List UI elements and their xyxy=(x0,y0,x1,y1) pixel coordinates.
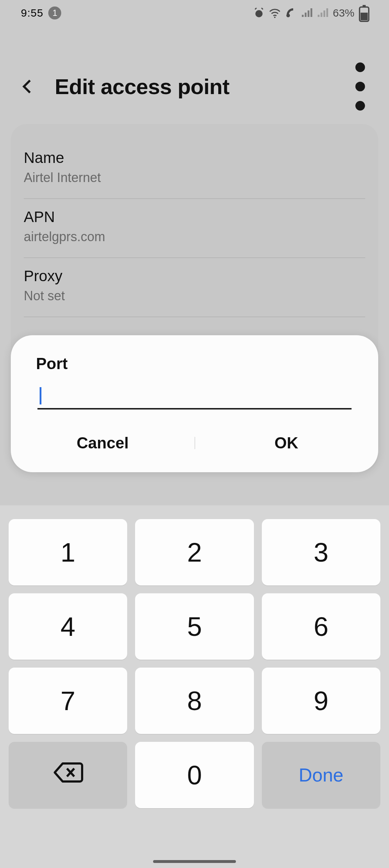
collapse-keyboard-button[interactable] xyxy=(324,830,346,852)
cancel-button[interactable]: Cancel xyxy=(11,434,194,452)
voice-input-button[interactable] xyxy=(43,830,65,852)
port-input[interactable] xyxy=(37,385,352,408)
key-2[interactable]: 2 xyxy=(135,519,254,585)
key-4[interactable]: 4 xyxy=(9,593,127,660)
key-9[interactable]: 9 xyxy=(262,668,380,734)
key-5[interactable]: 5 xyxy=(135,593,254,660)
key-3[interactable]: 3 xyxy=(262,519,380,585)
home-indicator[interactable] xyxy=(153,860,236,863)
key-done[interactable]: Done xyxy=(262,742,380,808)
text-caret xyxy=(40,387,41,404)
key-7[interactable]: 7 xyxy=(9,668,127,734)
port-dialog: Port Cancel OK xyxy=(11,335,378,472)
dialog-title: Port xyxy=(11,355,378,373)
key-0[interactable]: 0 xyxy=(135,742,254,808)
ok-button[interactable]: OK xyxy=(194,434,378,452)
dialog-button-row: Cancel OK xyxy=(11,427,378,459)
keyboard-bottom-row xyxy=(0,821,389,861)
key-8[interactable]: 8 xyxy=(135,668,254,734)
key-1[interactable]: 1 xyxy=(9,519,127,585)
key-backspace[interactable] xyxy=(9,742,127,808)
backspace-icon xyxy=(52,760,84,790)
key-grid: 1 2 3 4 5 6 7 8 9 0 Done xyxy=(9,519,380,808)
key-6[interactable]: 6 xyxy=(262,593,380,660)
port-input-wrap[interactable] xyxy=(37,385,352,409)
numeric-keyboard: 1 2 3 4 5 6 7 8 9 0 Done xyxy=(0,505,389,868)
